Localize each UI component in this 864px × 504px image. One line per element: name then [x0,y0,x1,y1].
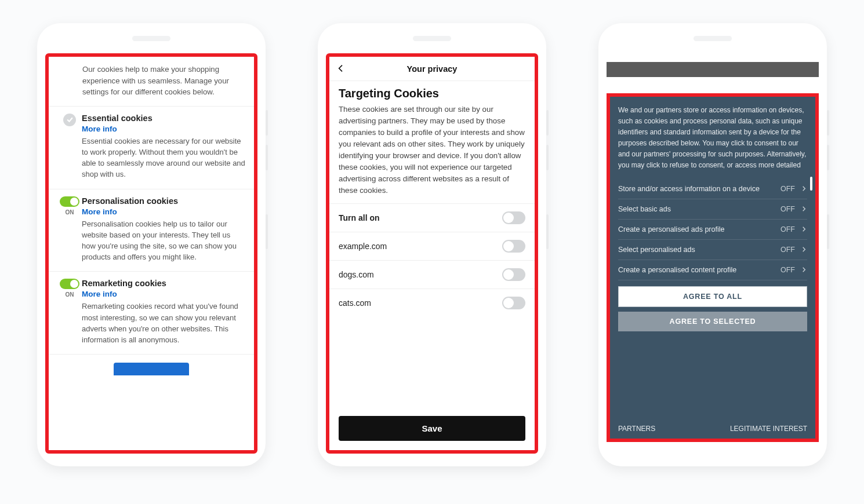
more-info-link[interactable]: More info [82,125,245,133]
toggle-partner[interactable] [502,240,525,253]
more-info-link[interactable]: More info [82,290,245,298]
purpose-item[interactable]: Store and/or access information on a dev… [618,179,807,199]
phone-mockup-3: We and our partners store or access info… [598,23,827,466]
consent-panel-screen: We and our partners store or access info… [607,53,819,454]
purpose-state: OFF [780,266,795,274]
row-turn-all-on: Turn all on [329,203,535,232]
section-desc: Essential cookies are necessary for our … [82,136,245,180]
chevron-right-icon [801,185,807,192]
consent-intro: We and our partners store or access info… [618,105,807,171]
row-label: dogs.com [339,270,374,279]
page-desc: These cookies are set through our site b… [329,104,535,203]
purpose-item[interactable]: Select personalised ads OFF [618,240,807,260]
toggle-partner[interactable] [502,297,525,309]
purpose-label: Create a personalised content profile [618,266,736,274]
toggle-state: ON [66,209,74,216]
phone-mockup-2: Your privacy Targeting Cookies These coo… [318,23,546,466]
purpose-state: OFF [780,225,795,233]
purpose-item[interactable]: Select basic ads OFF [618,199,807,220]
purpose-state: OFF [780,246,795,254]
back-button[interactable] [336,64,346,75]
section-desc: Remarketing cookies record what you've f… [82,301,245,345]
row-label: Turn all on [339,213,380,222]
section-title: Essential cookies [82,114,245,123]
intro-text: Our cookies help to make your shopping e… [49,57,254,107]
agree-all-button[interactable]: AGREE TO ALL [618,286,807,307]
section-title: Personalisation cookies [82,196,245,206]
primary-button-cutoff[interactable] [114,363,189,375]
row-example: example.com [329,232,535,260]
row-label: cats.com [339,298,371,308]
row-label: example.com [339,242,387,251]
section-essential: Essential cookies More info Essential co… [49,107,254,189]
toggle-state: ON [66,291,74,298]
more-info-link[interactable]: More info [82,207,245,216]
cookie-settings-panel: Our cookies help to make your shopping e… [45,53,257,454]
toggle-all[interactable] [502,211,525,224]
chevron-right-icon [801,266,807,273]
purpose-item[interactable]: Create a personalised ads profile OFF [618,220,807,240]
page-title: Targeting Cookies [329,81,535,104]
section-desc: Personalisation cookies help us to tailo… [82,218,245,263]
toggle-partner[interactable] [502,268,525,281]
chevron-right-icon [801,226,807,232]
row-dogs: dogs.com [329,260,535,288]
chevron-right-icon [801,246,807,253]
header-title: Your privacy [407,64,458,74]
save-button[interactable]: Save [339,416,525,441]
modal-header: Your privacy [329,57,535,81]
targeting-cookies-panel: Your privacy Targeting Cookies These coo… [326,53,538,454]
phone-mockup-1: Our cookies help to make your shopping e… [37,23,266,466]
section-personalisation: ON Personalisation cookies More info Per… [49,189,254,272]
row-cats: cats.com [329,288,535,317]
agree-selected-button[interactable]: AGREE TO SELECTED [618,312,807,331]
section-remarketing: ON Remarketing cookies More info Remarke… [49,272,254,355]
purpose-item[interactable]: Create a personalised content profile OF… [618,260,807,280]
purpose-label: Select basic ads [618,205,671,213]
purpose-state: OFF [780,185,795,193]
check-icon [63,114,76,126]
partners-link[interactable]: PARTNERS [618,425,655,433]
toggle-personalisation[interactable] [60,196,79,207]
purpose-label: Create a personalised ads profile [618,225,724,233]
chevron-right-icon [801,206,807,212]
legitimate-interest-link[interactable]: LEGITIMATE INTEREST [730,425,807,433]
purpose-list: Store and/or access information on a dev… [618,179,807,280]
scrollbar-thumb[interactable] [810,177,812,191]
purpose-label: Store and/or access information on a dev… [618,185,760,193]
purpose-label: Select personalised ads [618,246,695,254]
consent-panel: We and our partners store or access info… [610,97,815,439]
purpose-state: OFF [780,205,795,213]
toggle-remarketing[interactable] [60,279,79,289]
section-title: Remarketing cookies [82,279,245,288]
